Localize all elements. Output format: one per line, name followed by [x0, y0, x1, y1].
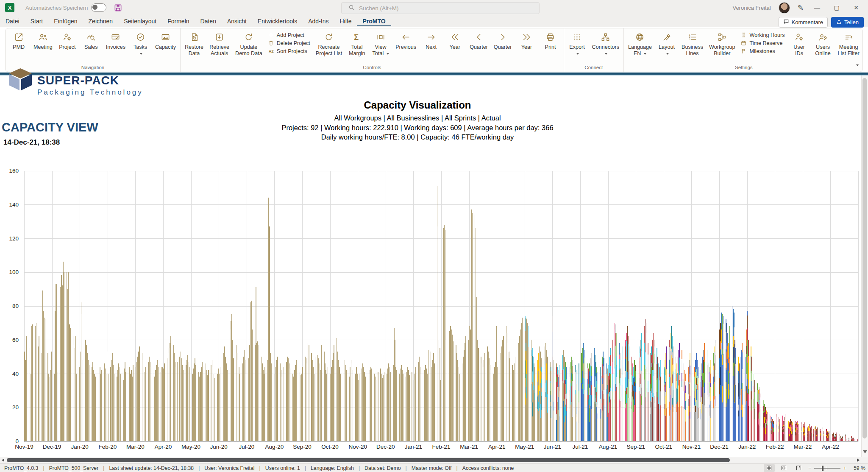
ribbon-button-users-online[interactable]: UsersOnline: [811, 28, 835, 58]
tab-daten[interactable]: Daten: [195, 16, 222, 26]
ribbon-button-working-hours[interactable]: Working Hours: [740, 32, 785, 38]
ribbon-button-print[interactable]: Print: [539, 28, 562, 51]
zoom-slider-thumb[interactable]: [822, 466, 823, 471]
ribbon-button-workgroup-builder[interactable]: WorkgroupBuilder: [706, 28, 738, 58]
ribbon-button-sales[interactable]: Sales: [79, 28, 103, 51]
status-item: ProMTO_500_Server: [49, 465, 99, 471]
x-axis-label: Jan-20: [65, 444, 95, 450]
chart-bar: [704, 343, 705, 441]
ribbon-button-export[interactable]: Export: [565, 28, 589, 58]
chart-bar: [598, 372, 598, 441]
ribbon-button-meeting-list-filter[interactable]: MeetingList Filter: [835, 28, 862, 58]
ribbon-button-restore-data[interactable]: RestoreData: [182, 28, 206, 58]
ribbon-button-meeting[interactable]: Meeting: [31, 28, 56, 51]
scroll-left-arrow-icon[interactable]: [2, 458, 4, 462]
ribbon-button-tasks[interactable]: Tasks: [128, 28, 152, 58]
ribbon-button-layout[interactable]: Layout: [655, 28, 679, 58]
minimize-button[interactable]: —: [811, 4, 823, 11]
vertical-scrollbar[interactable]: [861, 75, 868, 457]
y-axis-label: 140: [0, 201, 19, 208]
ribbon-button-time-reserve[interactable]: Time Reserve: [740, 40, 785, 46]
page-layout-view-button[interactable]: [779, 464, 790, 472]
ribbon-button-pmd[interactable]: PMD: [7, 28, 31, 51]
logo-title: SUPER-PACK: [37, 74, 143, 87]
chart-subtitle-3: Daily working hours/FTE: 8.00 | Capacity…: [127, 132, 708, 142]
ribbon-button-project[interactable]: Project: [56, 28, 79, 51]
ribbon-button-milestones[interactable]: Milestones: [740, 48, 785, 54]
share-button[interactable]: Teilen: [831, 17, 864, 28]
excel-app-icon[interactable]: X: [5, 3, 14, 12]
tab-zeichnen[interactable]: Zeichnen: [83, 16, 119, 26]
ribbon-button-quarter[interactable]: Quarter: [491, 28, 515, 51]
zoom-out-icon[interactable]: −: [808, 465, 811, 471]
ribbon-button-quarter[interactable]: Quarter: [467, 28, 491, 51]
ribbon-button-business-lines[interactable]: 123BusinessLines: [679, 28, 706, 58]
horizontal-scrollbar[interactable]: [0, 457, 868, 464]
chart-bar: [497, 367, 498, 441]
chart-bar: [585, 357, 586, 441]
tab-einf-gen[interactable]: Einfügen: [48, 16, 83, 26]
tab-ansicht[interactable]: Ansicht: [222, 16, 252, 26]
save-icon[interactable]: [114, 4, 122, 12]
tab-hilfe[interactable]: Hilfe: [334, 16, 357, 26]
chart-bar: [409, 375, 410, 441]
zoom-level[interactable]: 59 %: [850, 465, 865, 471]
tab-datei[interactable]: Datei: [0, 16, 25, 26]
vertical-scrollbar-thumb[interactable]: [862, 78, 867, 438]
tab-formeln[interactable]: Formeln: [162, 16, 195, 26]
ribbon-button-year[interactable]: Year: [515, 28, 539, 51]
tab-seitenlayout[interactable]: Seitenlayout: [118, 16, 162, 26]
zoom-in-icon[interactable]: +: [843, 465, 846, 471]
ribbon-button-retrieve-actuals[interactable]: RetrieveActuals: [206, 28, 232, 58]
tab-add-ins[interactable]: Add-Ins: [303, 16, 334, 26]
ribbon-button-language-en[interactable]: LanguageEN: [625, 28, 655, 58]
pen-tools-icon[interactable]: ✎: [798, 3, 804, 12]
autosave-toggle[interactable]: [91, 3, 106, 12]
search-input[interactable]: Suchen (Alt+M): [341, 2, 540, 14]
ribbon-button-delete-project[interactable]: Delete Project: [268, 40, 310, 46]
ribbon-button-capacity[interactable]: Capacity: [152, 28, 179, 51]
capacity-chart-plot[interactable]: [24, 171, 858, 441]
ribbon-button-invoices[interactable]: Invoices: [103, 28, 128, 51]
scroll-down-arrow-icon[interactable]: [863, 450, 867, 453]
tab-entwicklertools[interactable]: Entwicklertools: [252, 16, 303, 26]
chart-bar: [403, 374, 403, 441]
zoom-slider[interactable]: − +: [808, 465, 846, 471]
chart-bar: [516, 350, 517, 441]
ribbon-button-connectors[interactable]: Connectors: [589, 28, 622, 58]
ribbon-button-update-demo-data[interactable]: UpdateDemo Data: [232, 28, 265, 58]
avatar[interactable]: [779, 2, 790, 14]
y-axis-label: 160: [0, 168, 19, 174]
gridline: [580, 171, 581, 441]
ribbon-button-total-margin[interactable]: ΣTotalMargin: [345, 28, 369, 58]
tab-start[interactable]: Start: [25, 16, 49, 26]
chart-bar: [309, 345, 309, 441]
svg-text:AZ: AZ: [269, 49, 274, 53]
chart-bar: [641, 333, 642, 441]
page-break-view-button[interactable]: [793, 464, 804, 472]
numbered-list-icon: 123: [687, 31, 697, 42]
tab-promto[interactable]: ProMTO: [357, 16, 391, 26]
chevron-down-icon: [387, 53, 389, 55]
x-axis-label: Feb-22: [760, 444, 790, 450]
ribbon-button-user-ids[interactable]: UserIDs: [787, 28, 811, 58]
ribbon-collapse-chevron-icon[interactable]: [856, 64, 859, 66]
ribbon-button-add-project[interactable]: Add Project: [268, 32, 310, 38]
scroll-right-arrow-icon[interactable]: [857, 458, 860, 462]
ribbon-button-sort-projects[interactable]: AZSort Projects: [268, 48, 310, 54]
arrow-left-icon: [401, 31, 411, 42]
restore-button[interactable]: ▢: [831, 4, 843, 11]
comments-button[interactable]: Kommentare: [779, 17, 828, 28]
ribbon-button-previous[interactable]: Previous: [392, 28, 419, 51]
close-button[interactable]: ✕: [850, 4, 862, 11]
horizontal-scrollbar-thumb[interactable]: [7, 458, 730, 462]
status-items: ProMTO_4.0.3|ProMTO_500_Server|Last shee…: [0, 465, 514, 471]
ribbon-button-recreate-project-list[interactable]: RecreateProject List: [313, 28, 345, 58]
chart-header: Capacity Visualization All Workgroups | …: [127, 99, 708, 142]
normal-view-button[interactable]: [764, 464, 775, 472]
ribbon-button-year[interactable]: Year: [443, 28, 467, 51]
chart-bar: [660, 360, 661, 441]
trash-icon: [268, 40, 274, 46]
ribbon-button-view-total[interactable]: ViewTotal: [369, 28, 392, 58]
ribbon-button-next[interactable]: Next: [419, 28, 443, 51]
